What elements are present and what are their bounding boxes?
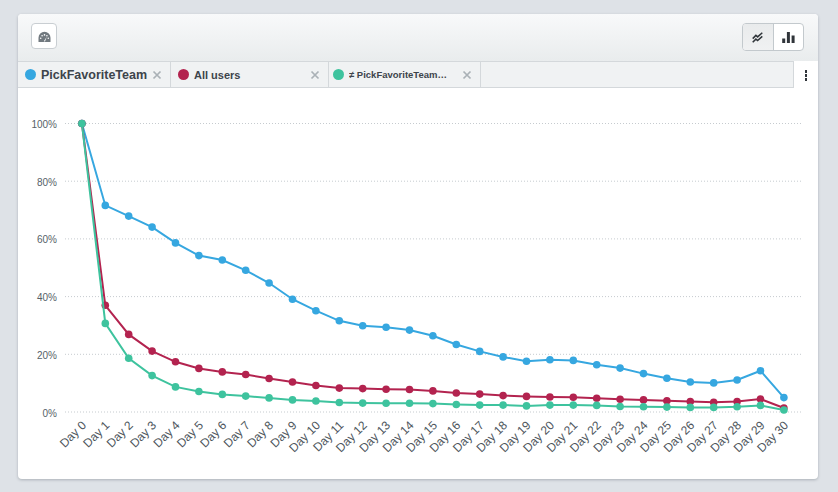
svg-text:20%: 20% (37, 350, 57, 361)
svg-text:60%: 60% (37, 234, 57, 245)
svg-text:0%: 0% (43, 408, 58, 419)
svg-text:80%: 80% (37, 177, 57, 188)
svg-text:100%: 100% (31, 119, 57, 130)
svg-text:40%: 40% (37, 292, 57, 303)
